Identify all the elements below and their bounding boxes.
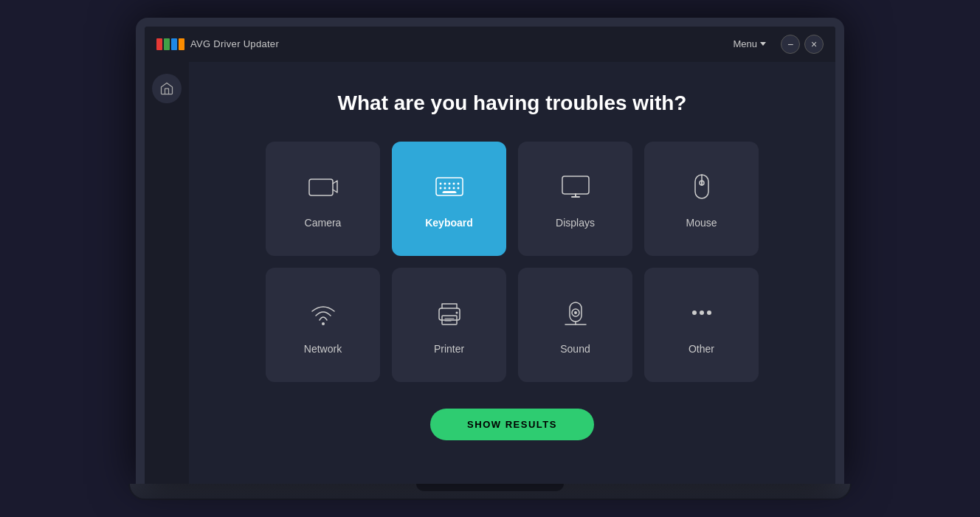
category-card-printer[interactable]: Printer — [392, 268, 506, 382]
category-card-keyboard[interactable]: Keyboard — [392, 142, 506, 256]
sidebar — [145, 62, 189, 484]
svg-point-18 — [439, 187, 441, 190]
home-button[interactable] — [152, 74, 182, 103]
camera-label: Camera — [305, 217, 342, 229]
category-grid: Camera — [266, 142, 759, 382]
svg-rect-23 — [443, 191, 456, 193]
svg-point-13 — [439, 183, 441, 185]
displays-icon — [557, 168, 594, 205]
sound-label: Sound — [560, 343, 590, 355]
category-card-network[interactable]: Network — [266, 268, 380, 382]
minimize-button[interactable]: − — [781, 35, 800, 54]
home-icon — [159, 81, 174, 96]
other-icon — [683, 294, 720, 331]
main-content: What are you having troubles with? Camer… — [189, 62, 835, 484]
category-card-other[interactable]: Other — [644, 268, 759, 382]
logo-blue-block — [171, 38, 177, 50]
logo-red-block — [156, 38, 162, 50]
sound-icon — [557, 294, 594, 331]
svg-point-16 — [452, 183, 455, 185]
category-card-sound[interactable]: Sound — [518, 268, 632, 382]
logo-orange-block — [179, 38, 184, 50]
category-card-camera[interactable]: Camera — [266, 142, 380, 256]
laptop-base — [128, 484, 852, 500]
mouse-label: Mouse — [686, 217, 717, 229]
close-button[interactable]: × — [804, 35, 824, 54]
svg-point-44 — [707, 310, 711, 315]
keyboard-label: Keyboard — [425, 217, 473, 229]
app-body: What are you having troubles with? Camer… — [145, 62, 835, 484]
mouse-icon — [683, 168, 720, 205]
logo-green-block — [164, 38, 170, 50]
svg-point-43 — [700, 310, 704, 315]
svg-rect-0 — [309, 179, 333, 195]
svg-point-17 — [457, 183, 459, 185]
svg-point-14 — [444, 183, 446, 185]
chevron-down-icon — [760, 42, 766, 46]
titlebar-left: AVG Driver Updater — [156, 38, 279, 50]
category-card-mouse[interactable]: Mouse — [644, 142, 759, 256]
network-icon — [305, 294, 342, 331]
titlebar: AVG Driver Updater Menu − × — [145, 27, 835, 62]
laptop-base-notch — [416, 484, 564, 491]
page-title: What are you having troubles with? — [338, 91, 687, 115]
app-title: AVG Driver Updater — [190, 38, 279, 49]
window-controls: − × — [781, 35, 824, 54]
printer-icon — [431, 294, 468, 331]
svg-point-39 — [574, 311, 577, 314]
svg-point-20 — [448, 187, 450, 190]
svg-point-21 — [452, 187, 455, 190]
network-label: Network — [304, 343, 342, 355]
svg-point-22 — [457, 187, 459, 190]
show-results-button[interactable]: SHOW RESULTS — [430, 409, 594, 440]
svg-point-15 — [448, 183, 450, 185]
svg-point-31 — [322, 322, 325, 325]
svg-point-19 — [444, 187, 446, 190]
svg-rect-24 — [562, 176, 589, 194]
keyboard-icon — [431, 168, 468, 205]
other-label: Other — [689, 343, 714, 355]
camera-icon — [305, 168, 342, 205]
printer-label: Printer — [434, 343, 464, 355]
category-card-displays[interactable]: Displays — [518, 142, 632, 256]
svg-point-42 — [692, 310, 697, 315]
displays-label: Displays — [556, 217, 595, 229]
avg-logo — [156, 38, 184, 50]
titlebar-right: Menu − × — [727, 35, 824, 54]
svg-point-36 — [455, 312, 458, 314]
menu-button[interactable]: Menu — [727, 35, 772, 52]
